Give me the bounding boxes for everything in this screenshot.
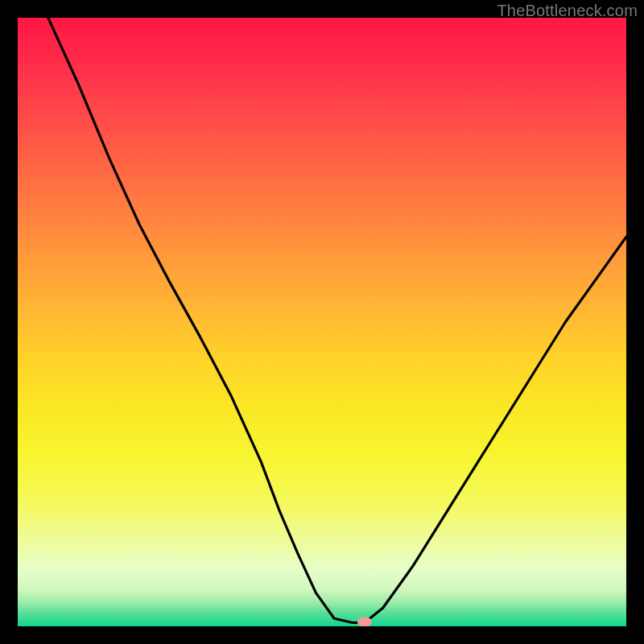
chart-plot-area	[18, 18, 626, 626]
bottleneck-line	[18, 18, 626, 626]
watermark-text: TheBottleneck.com	[497, 2, 638, 20]
